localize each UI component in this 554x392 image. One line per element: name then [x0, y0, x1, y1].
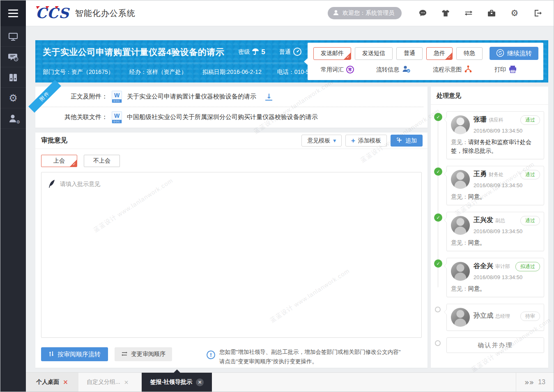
opinion-bubble[interactable]: 王兴发 副总 通过 2016/08/09 13:34:50 意见：同意。 — [446, 212, 544, 251]
flow-by-order-button[interactable]: 按审阅顺序流转 — [41, 347, 108, 361]
flow-chart-link[interactable]: 流程示意图 — [433, 65, 472, 74]
quill-icon — [48, 179, 56, 190]
opinion-bubble[interactable]: 张珊 供应科 通过 2016/08/09 13:34:50 意见：请财务处和监察… — [446, 111, 544, 159]
continue-flow-button[interactable]: 继续流转 — [490, 47, 538, 60]
opinion-bubble[interactable]: 孙立成 总经理 待审 — [446, 304, 544, 331]
opinions-title: 处理意见 — [431, 87, 548, 105]
download-icon[interactable]: ↓ — [265, 93, 272, 101]
status-badge: 待审 — [520, 312, 540, 321]
continue-flow-label: 继续流转 — [507, 50, 532, 57]
meeting-yes-button[interactable]: 上会 ✓ — [41, 155, 77, 167]
doc-date: 拟稿日期:2016-06-2-12 — [202, 69, 262, 76]
opinion-item: ✓ 王勇 财务处 通过 2016/08/09 13:34:50 — [434, 166, 544, 205]
transfer-icon[interactable] — [464, 9, 473, 18]
message-icon[interactable] — [418, 9, 427, 18]
app-title: 智能化办公系统 — [75, 8, 136, 19]
bottom-tabbar: 个人桌面 × 自定义分组... × 签报-社领导批示 × »» 13 — [26, 372, 554, 392]
status-badge: 通过 — [520, 115, 540, 125]
priority-extra-button[interactable]: 特急 — [456, 47, 483, 60]
opinion-item: ✓ 王兴发 副总 通过 2016/08/09 13:34:50 — [434, 212, 544, 251]
append-button[interactable]: 追加 — [391, 135, 423, 147]
opinion-item: ✓ 谷全兴 审计部 拟通过 2016/08/09 13:34:50 — [434, 258, 544, 297]
sidebar-item-messages[interactable] — [0, 47, 26, 67]
settings-icon[interactable]: ⚙ — [510, 9, 519, 18]
send-mail-button[interactable]: 发送邮件 ✓ — [313, 47, 351, 60]
checked-corner-icon: ✓ — [70, 160, 77, 167]
approver-dept: 审计部 — [495, 263, 510, 270]
status-badge: 拟通过 — [515, 262, 540, 271]
confirm-handle-button[interactable]: 确认并办理 — [446, 337, 544, 353]
close-icon[interactable]: × — [63, 378, 68, 386]
flow-info-link[interactable]: 流转信息 — [376, 65, 411, 74]
menu-toggle-icon[interactable] — [0, 0, 26, 26]
opinions-panel: 处理意见 ✓ 张珊 供应科 通过 2016/0 — [431, 87, 548, 368]
briefcase-icon[interactable] — [487, 9, 496, 18]
avatar — [451, 262, 470, 281]
swap-arrows-icon — [121, 351, 128, 358]
send-sms-button[interactable]: 发送短信 — [355, 47, 393, 60]
pending-circle-icon — [435, 307, 441, 312]
append-icon — [396, 137, 402, 144]
status-badge: 通过 — [520, 216, 540, 225]
attachments-card: 附件 正文及附件： WDOC 关于实业公司申请购置计量仪器校验设备的请示 ↓ 其… — [35, 87, 428, 128]
close-icon[interactable]: × — [124, 379, 129, 385]
avatar — [451, 170, 470, 189]
tab-personal-desktop[interactable]: 个人桌面 × — [26, 373, 78, 392]
person-check-icon — [402, 65, 411, 74]
checked-corner-icon: ✓ — [344, 53, 351, 60]
priority-label: 普通 — [279, 48, 291, 56]
change-order-button[interactable]: 变更审阅顺序 — [115, 347, 172, 361]
tab-overflow-button[interactable]: »» 13 — [516, 373, 554, 392]
word-doc-icon[interactable]: WDOC — [112, 91, 122, 103]
sidebar-item-system[interactable]: ⚙ — [0, 88, 26, 108]
sort-arrows-icon — [48, 351, 54, 358]
priority-normal-button[interactable]: 普通 — [396, 47, 423, 60]
word-doc-icon[interactable]: WDOC — [112, 111, 122, 124]
approver-name: 张珊 — [474, 115, 487, 124]
opinion-bubble[interactable]: 谷全兴 审计部 拟通过 2016/08/09 13:34:50 意见：同意。 — [446, 258, 544, 297]
doc-handler: 经办：张样（资产处） — [129, 69, 187, 76]
document-banner: 关于实业公司申请购置计量仪器4验设备的请示 密级 5 普通 部门文号： — [35, 40, 548, 83]
close-icon[interactable]: × — [196, 378, 204, 386]
app-window: ⚙ ⚙ CCS 智能化办公系统 欢迎您：系统管理员 — [0, 0, 554, 392]
avatar — [451, 308, 470, 327]
approver-name: 王勇 — [474, 170, 487, 179]
meeting-no-button[interactable]: 不上会 — [84, 155, 120, 167]
plus-icon: + — [351, 137, 355, 144]
secrecy-level: 密级 5 — [238, 48, 265, 57]
sidebar-item-desktop[interactable] — [0, 26, 26, 47]
common-words-label: 常用词汇 — [321, 66, 344, 73]
gauge-icon — [293, 47, 302, 57]
tab-report-leader-active[interactable]: 签报-社领导批示 × — [142, 373, 212, 392]
send-sms-label: 发送短信 — [362, 50, 385, 56]
gear-wrench-icon: ⚙ — [9, 93, 18, 103]
user-welcome[interactable]: 欢迎您：系统管理员 — [328, 7, 402, 19]
action-panel: 发送邮件 ✓ 发送短信 普通 急件 ✓ 特急 — [308, 43, 543, 80]
sidebar-item-archive[interactable] — [0, 67, 26, 88]
tab-custom-group[interactable]: 自定义分组... × — [78, 373, 137, 392]
final-step-item: 确认并办理 — [434, 337, 544, 353]
common-words-link[interactable]: 常用词汇 常 — [321, 66, 354, 73]
priority-extra-label: 特急 — [464, 50, 475, 56]
priority-urgent-button[interactable]: 急件 ✓ — [426, 47, 453, 60]
comment-input[interactable]: 请填入批示意见 — [41, 172, 422, 338]
main-attachment-file[interactable]: 关于实业公司申请购置计量仪器校验设备的请示 — [127, 93, 256, 101]
approver-comment: 意见：请财务处和监察审计处会签，报徐总批示。 — [451, 138, 540, 155]
top-header: CCS 智能化办公系统 欢迎您：系统管理员 ⚙ — [26, 0, 554, 26]
logout-icon[interactable] — [533, 9, 542, 18]
approve-time: 2016/08/09 13:34:50 — [474, 274, 540, 280]
opinion-template-dropdown[interactable]: 意见模板 ▼ — [301, 135, 342, 147]
sidebar-item-users[interactable]: ⚙ — [0, 108, 26, 129]
theme-icon[interactable] — [441, 9, 450, 18]
approver-dept: 财务处 — [489, 171, 503, 178]
other-attachment-file[interactable]: 中国船级社实业公司关于所属深圳分公司购买计量仪器校验设备的请示 — [127, 113, 318, 121]
meeting-yes-label: 上会 — [53, 157, 65, 164]
add-template-button[interactable]: + 添加模板 — [345, 135, 387, 147]
print-link[interactable]: 打印 — [494, 65, 517, 74]
print-label: 打印 — [494, 66, 506, 73]
opinion-bubble[interactable]: 王勇 财务处 通过 2016/08/09 13:34:50 意见：同意。 — [446, 166, 544, 205]
avatar — [451, 216, 470, 235]
approver-dept: 供应科 — [489, 117, 503, 124]
tab-label: 自定义分组... — [87, 378, 120, 386]
approved-check-icon: ✓ — [434, 259, 442, 268]
